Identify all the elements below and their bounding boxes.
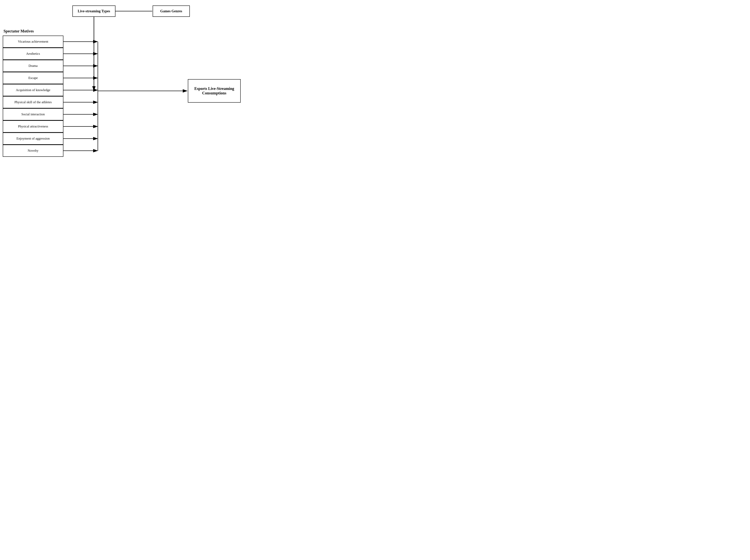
- motive-box-aggression: Enjoyment of aggression: [3, 132, 63, 145]
- motive-box-vicarious: Vicarious achievement: [3, 36, 63, 48]
- diagram-container: Spectator Motives Vicarious achievement …: [0, 0, 251, 187]
- motive-box-knowledge: Acquisition of knowledge: [3, 84, 63, 96]
- motive-box-aesthetics: Aesthetics: [3, 48, 63, 60]
- spectator-motives-label: Spectator Motives: [3, 29, 34, 34]
- livestreaming-types-box: Live-streaming Types: [73, 5, 115, 17]
- motive-box-escape: Escape: [3, 72, 63, 84]
- games-genres-box: Games Genres: [153, 5, 190, 17]
- motive-box-drama: Drama: [3, 60, 63, 72]
- motive-box-attractiveness: Physical attractiveness: [3, 120, 63, 132]
- motive-box-social: Social interaction: [3, 108, 63, 120]
- outcome-box: Esports Live-Streaming Consumptions: [188, 79, 241, 103]
- motive-box-novelty: Novelty: [3, 145, 63, 157]
- motive-box-physical-skill: Physical skill of the athletes: [3, 96, 63, 108]
